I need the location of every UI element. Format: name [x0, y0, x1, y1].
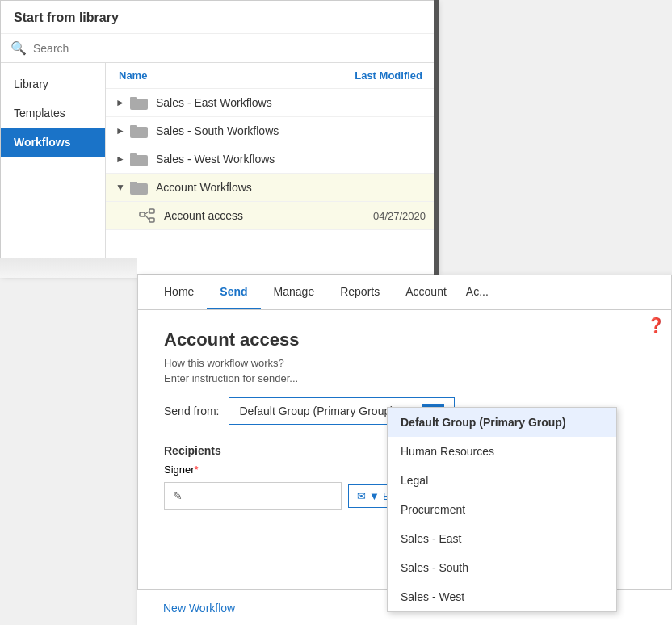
file-list: Name Last Modified ► Sales - East Workfl… [106, 63, 435, 275]
tab-account[interactable]: Account [393, 275, 460, 309]
svg-rect-3 [130, 125, 137, 128]
file-name: Account Workflows [156, 181, 426, 194]
file-name: Sales - South Workflows [156, 124, 426, 137]
chevron-right-icon: ► [116, 125, 125, 136]
dropdown-item[interactable]: Sales - West [388, 582, 616, 611]
list-item[interactable]: ▼ Account Workflows [106, 174, 435, 202]
panel-body: Library Templates Workflows Name Last Mo… [1, 63, 435, 275]
chevron-down-icon: ▼ [116, 182, 125, 193]
email-chevron: ▼ [369, 490, 380, 502]
panel-title: Start from library [1, 1, 435, 34]
file-name: Account access [164, 209, 373, 222]
svg-rect-10 [149, 218, 154, 222]
col-name: Name [119, 69, 147, 82]
signer-input[interactable]: ✎ [164, 482, 342, 510]
tab-reports[interactable]: Reports [327, 275, 393, 309]
file-name: Sales - East Workflows [156, 96, 426, 109]
panel-divider [434, 0, 439, 275]
chevron-right-icon: ► [116, 153, 125, 165]
list-item[interactable]: ► Sales - West Workflows [106, 145, 435, 174]
page-instructions: Enter instruction for sender... [164, 372, 645, 384]
dropdown-item[interactable]: Default Group (Primary Group) [388, 408, 616, 437]
search-input[interactable] [33, 42, 426, 55]
svg-rect-4 [130, 155, 148, 166]
help-icon[interactable]: ❓ [647, 317, 665, 334]
list-item[interactable]: ► Sales - East Workflows [106, 89, 435, 117]
svg-rect-7 [130, 182, 137, 185]
svg-rect-9 [149, 209, 154, 213]
tab-manage[interactable]: Manage [261, 275, 328, 309]
svg-line-12 [145, 215, 149, 220]
tab-more[interactable]: Ac... [460, 275, 495, 309]
col-modified: Last Modified [355, 69, 422, 82]
workflow-icon [138, 208, 156, 223]
page-subtitle: How this workflow works? [164, 357, 645, 369]
email-icon: ✉ [357, 490, 366, 502]
list-item[interactable]: ► Sales - South Workflows [106, 117, 435, 145]
sidebar-nav: Library Templates Workflows [1, 63, 106, 275]
file-date: 04/27/2020 [373, 210, 426, 222]
sidebar-item-templates[interactable]: Templates [1, 99, 105, 128]
svg-rect-8 [140, 212, 145, 216]
dropdown-item[interactable]: Procurement [388, 495, 616, 524]
required-star: * [195, 464, 199, 476]
page-content: Account access How this workflow works? … [138, 310, 671, 529]
folder-icon [130, 95, 148, 110]
dropdown-item[interactable]: Human Resources [388, 437, 616, 466]
search-bar: 🔍 [1, 34, 435, 63]
dropdown-item[interactable]: Sales - South [388, 553, 616, 582]
file-list-header: Name Last Modified [106, 63, 435, 89]
send-from-label: Send from: [164, 405, 219, 417]
list-item[interactable]: Account access 04/27/2020 [106, 202, 435, 230]
folder-icon [130, 124, 148, 138]
send-from-value: Default Group (Primary Group) [239, 405, 393, 417]
svg-rect-5 [130, 153, 137, 157]
svg-line-11 [145, 212, 149, 215]
svg-rect-0 [130, 99, 148, 110]
search-icon: 🔍 [10, 40, 27, 56]
chevron-right-icon: ► [116, 97, 125, 108]
folder-icon [130, 152, 148, 166]
file-name: Sales - West Workflows [156, 153, 426, 166]
tab-send[interactable]: Send [207, 275, 260, 309]
send-from-dropdown: Default Group (Primary Group) Human Reso… [387, 407, 617, 612]
sidebar-item-workflows[interactable]: Workflows [1, 128, 105, 157]
svg-rect-1 [130, 97, 137, 100]
svg-rect-6 [130, 183, 148, 195]
sidebar-item-library[interactable]: Library [1, 69, 105, 99]
dropdown-item[interactable]: Sales - East [388, 524, 616, 553]
main-content-area: Home Send Manage Reports Account Ac... A… [137, 275, 672, 625]
dropdown-item[interactable]: Legal [388, 466, 616, 495]
library-panel: Start from library 🔍 Library Templates W… [0, 0, 436, 275]
page-title: Account access [164, 329, 645, 350]
folder-icon [130, 180, 148, 195]
pen-icon: ✎ [173, 489, 183, 502]
nav-tabs: Home Send Manage Reports Account Ac... [138, 275, 671, 310]
tab-home[interactable]: Home [151, 275, 207, 309]
svg-rect-2 [130, 127, 148, 138]
shadow-strip [0, 258, 137, 278]
new-workflow-button[interactable]: New Workflow [163, 602, 235, 615]
